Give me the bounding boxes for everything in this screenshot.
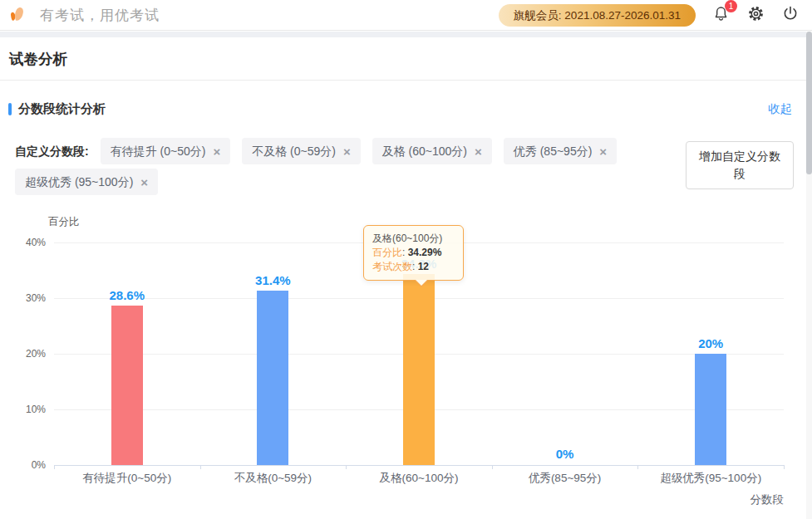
tooltip-title: 及格(60~100分) xyxy=(372,232,455,246)
logout-button[interactable] xyxy=(780,5,800,25)
tag-label: 及格 (60~100分) xyxy=(382,138,467,164)
x-axis-line xyxy=(54,465,784,466)
tag-label: 有待提升 (0~50分) xyxy=(111,138,206,164)
x-axis-title: 分数段 xyxy=(750,492,785,507)
remove-tag-icon[interactable]: × xyxy=(475,145,482,158)
power-icon xyxy=(782,5,799,25)
x-axis-category-label: 有待提升(0~50分) xyxy=(54,471,200,486)
bar-value-label: 0% xyxy=(532,447,598,461)
bar-value-label: 20% xyxy=(677,336,744,350)
tag-label: 优秀 (85~95分) xyxy=(514,138,593,164)
header-actions: 旗舰会员: 2021.08.27-2026.01.31 1 xyxy=(499,4,800,27)
score-range-tag[interactable]: 有待提升 (0~50分)× xyxy=(101,138,231,164)
y-axis-tick-label: 20% xyxy=(10,348,46,360)
notification-count-badge: 1 xyxy=(725,0,737,12)
x-axis-category-label: 优秀(85~95分) xyxy=(492,471,638,486)
score-range-filter: 自定义分数段: 有待提升 (0~50分)×不及格 (0~59分)×及格 (60~… xyxy=(15,138,667,199)
scrollbar[interactable] xyxy=(806,32,812,519)
bar-value-label: 28.6% xyxy=(94,288,160,302)
chart: 百分比 分数段 0%10%20%30%40%28.6%有待提升(0~50分)31… xyxy=(0,212,806,517)
settings-button[interactable] xyxy=(746,5,765,25)
x-axis-tick xyxy=(492,465,493,469)
score-range-tag[interactable]: 不及格 (0~59分)× xyxy=(242,138,361,164)
section-title: 分数段统计分析 xyxy=(18,101,106,117)
chart-tooltip: 及格(60~100分) 百分比34.29% 考试次数12 xyxy=(363,225,464,281)
score-range-tag[interactable]: 超级优秀 (95~100分)× xyxy=(15,169,158,195)
filter-label: 自定义分数段: xyxy=(15,138,89,164)
x-axis-tick xyxy=(200,465,201,469)
x-axis-tick xyxy=(346,465,347,469)
remove-tag-icon[interactable]: × xyxy=(213,145,220,158)
bar[interactable] xyxy=(111,306,143,465)
x-axis-tick xyxy=(637,465,638,469)
remove-tag-icon[interactable]: × xyxy=(599,145,607,158)
section-header: 分数段统计分析 收起 xyxy=(8,101,792,117)
score-range-tag[interactable]: 及格 (60~100分)× xyxy=(372,138,492,164)
logo-icon xyxy=(8,4,28,26)
x-axis-category-label: 超级优秀(95~100分) xyxy=(637,471,784,486)
tooltip-row: 百分比34.29% xyxy=(372,246,455,260)
y-axis-tick-label: 40% xyxy=(10,237,46,248)
membership-badge[interactable]: 旗舰会员: 2021.08.27-2026.01.31 xyxy=(499,4,696,27)
page-title: 试卷分析 xyxy=(9,49,67,69)
app-title: 有考试，用优考试 xyxy=(40,6,160,25)
divider xyxy=(0,80,806,81)
app-header: 有考试，用优考试 旗舰会员: 2021.08.27-2026.01.31 1 xyxy=(0,0,812,31)
remove-tag-icon[interactable]: × xyxy=(343,145,351,158)
section-marker xyxy=(8,103,12,115)
tooltip-row: 考试次数12 xyxy=(372,260,455,274)
bar[interactable] xyxy=(403,274,435,465)
collapse-link[interactable]: 收起 xyxy=(768,101,792,117)
x-axis-tick xyxy=(784,465,785,469)
y-axis-tick-label: 10% xyxy=(10,404,46,415)
x-axis-category-label: 不及格(0~59分) xyxy=(200,471,347,486)
x-axis-category-label: 及格(60~100分) xyxy=(346,471,492,486)
remove-tag-icon[interactable]: × xyxy=(140,176,148,189)
bar[interactable] xyxy=(257,291,288,465)
y-axis-title: 百分比 xyxy=(48,215,80,229)
bar-value-label: 31.4% xyxy=(239,273,306,287)
notifications-button[interactable]: 1 xyxy=(711,5,731,25)
score-range-tag[interactable]: 优秀 (85~95分)× xyxy=(504,138,617,164)
x-axis-tick xyxy=(54,465,55,469)
settings-icon xyxy=(747,5,765,26)
page-background-strip xyxy=(0,32,812,37)
bar[interactable] xyxy=(695,354,726,465)
add-score-range-button[interactable]: 增加自定义分数段 xyxy=(686,141,794,189)
y-axis-tick-label: 0% xyxy=(10,459,46,471)
y-axis-tick-label: 30% xyxy=(10,292,46,304)
scrollbar-thumb[interactable] xyxy=(806,32,812,174)
tag-label: 超级优秀 (95~100分) xyxy=(25,169,133,195)
tag-label: 不及格 (0~59分) xyxy=(252,138,336,164)
